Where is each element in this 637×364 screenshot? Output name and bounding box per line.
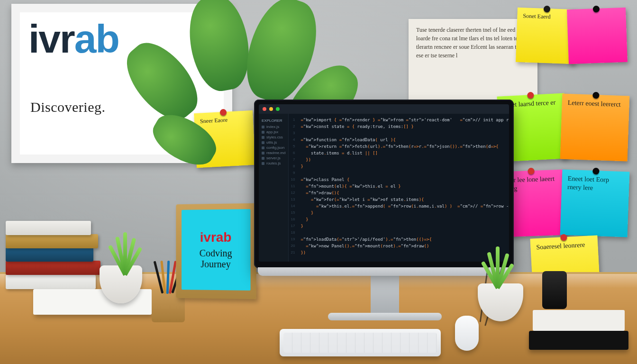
desk-frame-line1: Codving <box>200 248 232 259</box>
desk-frame-brand: ivrab <box>200 230 232 245</box>
window-titlebar <box>259 104 509 114</box>
desk-frame-inner: ivrab Codving Journey <box>182 209 250 291</box>
desk-frame: ivrab Codving Journey <box>176 203 256 300</box>
file-item: config.json <box>262 146 285 150</box>
file-item: app.jsx <box>262 130 285 134</box>
workspace-scene: ivrab Discoverieg. Sneer Eaore Tuse tene… <box>0 0 637 364</box>
file-item: index.js <box>262 125 285 129</box>
window-min-icon <box>269 107 273 111</box>
brand-logo-accent: ab <box>74 17 119 61</box>
sticky-orange: Leterr eoest leererct <box>560 94 630 162</box>
file-item: readme.md <box>262 151 285 155</box>
file-item: routes.js <box>262 161 285 165</box>
editor-sidebar: EXPLORER index.jsapp.jsxstyles.cssutils.… <box>259 114 289 262</box>
sticky-text: Sonet Eaerd <box>523 12 551 20</box>
screen: EXPLORER index.jsapp.jsxstyles.cssutils.… <box>259 104 509 262</box>
sidebar-header: EXPLORER <box>262 118 285 123</box>
code-area: ="kw">import { ="fn">render } ="kw">from… <box>297 114 509 262</box>
sticky-top-pink <box>567 8 628 64</box>
window-max-icon <box>276 107 280 111</box>
sticky-text: Leterr eoest leererct <box>568 99 621 108</box>
brand-logo-main: ivr <box>28 17 74 61</box>
right-desk-stack <box>519 255 628 350</box>
lens-icon <box>542 271 567 309</box>
paper-note-text: Tuse tenerde claserer therten tnel of ln… <box>416 27 526 59</box>
succulent-right <box>474 246 521 288</box>
sticky-text: Soaeresel leonrere <box>536 241 585 251</box>
sticky-cyan: Eneet loet Eorp rnery lere <box>560 170 630 237</box>
line-gutter: 1 2 3 4 5 6 7 8 9 10 11 12 13 14 15 16 1… <box>289 114 297 262</box>
monitor: EXPLORER index.jsapp.jsxstyles.cssutils.… <box>254 100 514 268</box>
keyboard <box>280 329 441 356</box>
file-item: styles.css <box>262 135 285 139</box>
file-item: utils.js <box>262 140 285 145</box>
code-editor: EXPLORER index.jsapp.jsxstyles.cssutils.… <box>259 114 509 262</box>
file-item: server.js <box>262 156 285 160</box>
succulent-left <box>101 232 149 275</box>
desk-frame-line2: Journey <box>201 259 231 270</box>
sticky-text: Eneet loet Eorp rnery lere <box>567 175 609 191</box>
mouse <box>455 316 479 351</box>
window-close-icon <box>263 107 266 111</box>
